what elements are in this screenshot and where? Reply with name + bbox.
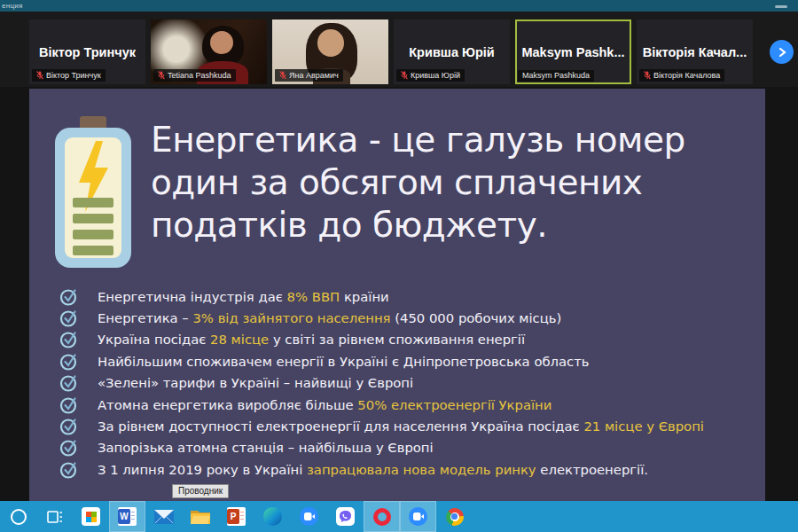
bullet-list: Енергетична індустрія дає 8% ВВП країниЕ… — [59, 286, 751, 481]
muted-mic-icon — [401, 71, 408, 80]
slide-title-line: податків до бюджету. — [151, 204, 754, 246]
participant-label-text: Віктор Тринчук — [46, 72, 101, 80]
slide-title: Енергетика - це галузь номер один за обс… — [151, 119, 754, 246]
window-titlebar: енция — [0, 0, 798, 12]
chrome-icon — [446, 508, 464, 526]
taskbar-item-opera[interactable] — [364, 501, 400, 532]
participant-tile[interactable]: Віктор ТринчукВіктор Тринчук — [29, 20, 145, 84]
participant-label-text: Яна Аврамич — [289, 72, 339, 80]
taskbar-item-file-explorer[interactable] — [182, 501, 218, 532]
tooltip: Проводник — [172, 484, 229, 498]
taskbar-item-viber[interactable] — [327, 501, 364, 532]
check-icon — [59, 309, 78, 327]
bullet-text: Атомна енергетика виробляє більше 50% ел… — [98, 397, 552, 412]
check-icon — [59, 417, 78, 435]
participant-tile[interactable]: Maksym Pashk...Maksym Pashkuda — [515, 20, 631, 84]
participant-tile[interactable]: Кривша ЮрійКривша Юрій — [394, 20, 510, 84]
app-window: енция Віктор ТринчукВіктор ТринчукTetian… — [0, 0, 798, 532]
chevron-right-icon — [777, 47, 787, 58]
bullet-text: Енергетична індустрія дає 8% ВВП країни — [98, 289, 389, 304]
presentation-slide: Енергетика - це галузь номер один за обс… — [29, 89, 765, 501]
taskbar-item-powerpoint[interactable]: P — [218, 501, 254, 532]
check-icon — [59, 438, 78, 457]
taskbar-item-task-view[interactable] — [36, 501, 73, 532]
opera-icon — [373, 508, 391, 526]
participant-label: Вікторія Качалова — [639, 69, 724, 82]
bullet-item: За рівнем доступності електроенергії для… — [59, 415, 751, 436]
taskbar-item-edge[interactable] — [254, 501, 291, 532]
bullet-text: Найбільшим споживачем енергії в Україні … — [98, 354, 590, 369]
bullet-item: Запорізька атомна станція – найбільша у … — [59, 437, 751, 458]
word-icon: W — [118, 507, 137, 526]
participant-strip: Віктор ТринчукВіктор ТринчукTetiana Pash… — [0, 12, 798, 87]
participant-label-text: Tetiana Pashkuda — [168, 72, 231, 80]
zoom-icon — [300, 507, 318, 526]
check-icon — [59, 287, 78, 306]
bullet-item: Атомна енергетика виробляє більше 50% ел… — [59, 394, 751, 415]
participant-label: Віктор Тринчук — [32, 69, 106, 82]
viber-icon — [336, 507, 355, 526]
participant-tile[interactable]: Вікторія Качал...Вікторія Качалова — [637, 20, 753, 84]
muted-mic-icon — [158, 71, 165, 80]
file-explorer-icon — [191, 509, 210, 524]
muted-mic-icon — [279, 71, 286, 80]
bullet-text: За рівнем доступності електроенергії для… — [98, 419, 704, 434]
bullet-item: Енергетична індустрія дає 8% ВВП країни — [59, 286, 751, 307]
taskbar-item-zoom[interactable] — [291, 501, 327, 532]
participant-label: Maksym Pashkuda — [518, 70, 594, 82]
bullet-text: Енергетика – 3% від зайнятого населення … — [98, 310, 561, 325]
participant-video — [317, 29, 344, 57]
slide-title-line: Енергетика - це галузь номер — [151, 119, 754, 161]
taskbar-item-word[interactable]: W — [109, 501, 145, 532]
participant-label-text: Maksym Pashkuda — [522, 72, 590, 80]
check-icon — [59, 330, 78, 348]
bullet-item: Найбільшим споживачем енергії в Україні … — [59, 350, 751, 372]
taskbar-item-mail[interactable] — [145, 501, 182, 532]
bullet-item: З 1 липня 2019 року в Україні запрацювал… — [59, 458, 751, 480]
bullet-text: «Зелені» тарифи в Україні – найвищі у Єв… — [98, 375, 413, 390]
taskbar-item-zoom-meeting[interactable] — [400, 501, 436, 532]
taskbar-item-cortana[interactable] — [0, 501, 36, 532]
zoom-meeting-icon — [409, 507, 427, 526]
taskbar-item-microsoft-store[interactable] — [73, 501, 109, 532]
minimize-button[interactable] — [775, 5, 787, 8]
participant-label-text: Вікторія Качалова — [653, 72, 720, 80]
cortana-icon — [11, 509, 27, 525]
participant-label: Tetiana Pashkuda — [153, 69, 236, 82]
taskbar-item-chrome[interactable] — [436, 501, 473, 532]
check-icon — [59, 460, 78, 479]
shared-screen: Енергетика - це галузь номер один за обс… — [0, 87, 798, 501]
participant-label: Яна Аврамич — [275, 69, 343, 82]
bullet-text: Запорізька атомна станція – найбільша у … — [98, 440, 434, 455]
taskbar-items: WP — [0, 501, 473, 532]
microsoft-store-icon — [82, 507, 100, 526]
muted-mic-icon — [36, 71, 43, 80]
participant-label-text: Кривша Юрій — [411, 72, 460, 80]
participant-label: Кривша Юрій — [396, 69, 465, 82]
bullet-text: Україна посідає 28 місце у світі за рівн… — [98, 332, 525, 347]
participant-tile[interactable]: Tetiana Pashkuda — [151, 20, 267, 84]
window-title: енция — [2, 2, 23, 10]
battery-icon — [54, 116, 132, 269]
bullet-item: «Зелені» тарифи в Україні – найвищі у Єв… — [59, 372, 751, 394]
bullet-item: Енергетика – 3% від зайнятого населення … — [59, 307, 751, 328]
edge-icon — [263, 507, 282, 526]
powerpoint-icon: P — [227, 507, 246, 526]
check-icon — [59, 352, 78, 371]
bullet-item: Україна посідає 28 місце у світі за рівн… — [59, 329, 751, 350]
mail-icon — [154, 510, 174, 524]
check-icon — [59, 373, 78, 392]
participant-tiles: Віктор ТринчукВіктор ТринчукTetiana Pash… — [29, 20, 753, 84]
taskbar: WP ENG 07 03.11 — [0, 501, 798, 532]
slide-title-line: один за обсягом сплачених — [151, 161, 754, 204]
check-icon — [59, 395, 78, 414]
muted-mic-icon — [644, 71, 651, 80]
next-participants-button[interactable] — [770, 40, 794, 64]
participant-tile[interactable]: Яна Аврамич — [272, 20, 388, 84]
task-view-icon — [47, 510, 63, 524]
bullet-text: З 1 липня 2019 року в Україні запрацювал… — [98, 462, 648, 477]
